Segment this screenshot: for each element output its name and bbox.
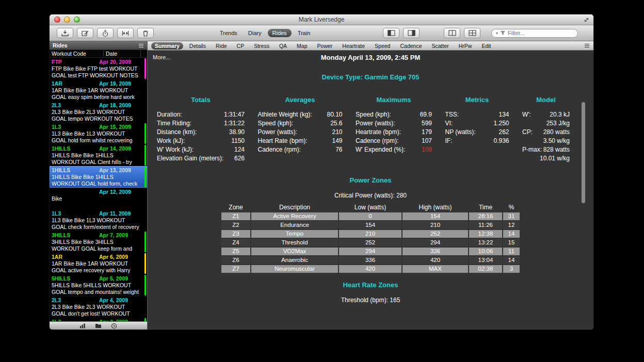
tab-stress[interactable]: Stress [250, 42, 273, 50]
ride-color-bar [144, 210, 146, 231]
close-button[interactable] [54, 17, 60, 23]
tab-power[interactable]: Power [314, 42, 336, 50]
ride-date: Apr 4, 2009 [99, 297, 142, 304]
more-link[interactable]: More... [153, 54, 170, 60]
filter-field[interactable]: ▾ [491, 29, 578, 38]
ride-list-item[interactable]: FTPApr 20, 2009 FTP Bike Bike FTP test W… [50, 58, 147, 79]
filter-input[interactable] [508, 30, 565, 36]
tab-qa[interactable]: QA [276, 42, 291, 50]
tab-heartrate[interactable]: Heartrate [339, 42, 368, 50]
sidebar-header: Rides [50, 41, 147, 50]
tab-train[interactable]: Train [293, 29, 315, 37]
tab-edit[interactable]: Edit [478, 42, 494, 50]
col-zone: Zone [221, 203, 250, 211]
tab-summary[interactable]: Summary [151, 42, 183, 50]
sidebar-title: Rides [53, 42, 68, 48]
ride-list-item[interactable]: 1ARApr 6, 2009 1AR Bike Bike 1AR WORKOUT… [50, 253, 147, 274]
metric-value: 1:31:47 [224, 110, 245, 119]
list-column-headers[interactable]: Workout Code Date [50, 50, 147, 58]
ride-desc: 2L3 Bike Bike 2L3 WORKOUT [52, 109, 142, 116]
window-resize-icon[interactable] [583, 17, 590, 23]
ride-code: FTP [52, 59, 99, 65]
tab-scatter[interactable]: Scatter [428, 42, 453, 50]
ride-list-item[interactable]: 1L3Apr 3, 2009 [50, 318, 147, 321]
toggle-lowbar-button[interactable] [403, 28, 420, 38]
funnel-icon [500, 30, 506, 36]
zone-cell: Z2 [221, 221, 250, 229]
section-title: Maximums [356, 96, 432, 104]
ride-list-item-selected[interactable]: 1HILLSApr 13, 2009 1HILLS Bike Bike 1HIL… [50, 166, 147, 188]
zone-cell: 336 [403, 248, 468, 255]
tab-cp[interactable]: CP [233, 42, 248, 50]
metric-row: 10.01 w/kg [522, 154, 570, 163]
metric-label: W' Work (kJ): [157, 145, 194, 154]
chart-button[interactable] [79, 323, 86, 329]
tab-ride[interactable]: Ride [212, 42, 231, 50]
tabbar-menu-icon[interactable] [584, 43, 590, 48]
ride-desc: 1AR Bike Bike 1AR WORKOUT [52, 87, 142, 94]
folder-button[interactable] [95, 323, 102, 328]
table-header-row: Zone Description Low (watts) High (watts… [221, 203, 520, 211]
ride-list-item[interactable]: 1L3Apr 15, 2009 1L3 Bike Bike 1L3 WORKOU… [50, 123, 147, 144]
metric-row: TSS:134 [445, 110, 509, 119]
ride-list-item[interactable]: 2L3Apr 18, 2009 2L3 Bike Bike 2L3 WORKOU… [50, 101, 147, 123]
toggle-sidebar-button[interactable] [383, 28, 399, 38]
tab-rides[interactable]: Rides [268, 29, 292, 37]
ride-desc: 1L3 Bike Bike 1L3 WORKOUT [52, 130, 142, 137]
metric-value: 1150 [231, 137, 245, 145]
scrollbar-thumb[interactable] [582, 102, 585, 203]
metric-value: 38.90 [229, 128, 245, 137]
edit-button[interactable] [77, 28, 93, 38]
layout-tiled-button[interactable] [464, 28, 480, 38]
metric-label: Heart Rate (bpm): [258, 137, 308, 145]
power-zones-title: Power Zones [148, 176, 593, 184]
ride-desc: GOAL hold form whilst recovering [52, 137, 142, 144]
zone-cell: 28:16 [469, 212, 502, 220]
zone-cell: Z1 [221, 212, 250, 220]
ride-code: 5HILLS [52, 275, 99, 282]
metric-label: Elevation Gain (meters): [157, 154, 223, 163]
metric-value: 10.01 w/kg [540, 154, 570, 163]
tab-trends[interactable]: Trends [215, 29, 242, 37]
download-button[interactable] [57, 28, 73, 38]
intervals-icon [121, 29, 130, 37]
ride-list-item[interactable]: 1L3Apr 11, 2009 1L3 Bike Bike 1L3 WORKOU… [50, 209, 147, 231]
ride-list-item[interactable]: 5HILLSApr 5, 2009 5HILLS Bike 5HILLS WOR… [50, 274, 147, 296]
zone-cell: 13:04 [469, 256, 502, 264]
ride-list-item[interactable]: Apr 12, 2009 Bike [50, 188, 147, 209]
ride-list-item[interactable]: 3HILLSApr 7, 2009 3HILLS Bike Bike 3HILL… [50, 231, 147, 253]
column-date[interactable]: Date [103, 51, 140, 57]
ride-list-item[interactable]: 1ARApr 19, 2009 1AR Bike Bike 1AR WORKOU… [50, 79, 147, 101]
column-workout-code[interactable]: Workout Code [50, 51, 103, 57]
delete-button[interactable] [137, 28, 154, 38]
metric-value: 124 [234, 145, 245, 154]
ride-list-item[interactable]: 2L3Apr 4, 2009 2L3 Bike Bike 2L3 WORKOUT… [50, 296, 147, 318]
metric-value: 179 [422, 128, 432, 137]
clock-button[interactable] [111, 323, 117, 329]
intervals-button[interactable] [117, 28, 134, 38]
metric-row: Power (watts):599 [356, 119, 432, 128]
tab-speed[interactable]: Speed [371, 42, 394, 50]
ride-desc: WORKOUT GOAL keep form and [52, 245, 142, 252]
ride-desc: GOAL tempo WORKOUT NOTES [52, 116, 142, 122]
tab-map[interactable]: Map [293, 42, 311, 50]
tab-hrpw[interactable]: HrPw [455, 42, 476, 50]
tab-diary[interactable]: Diary [244, 29, 266, 37]
ride-list[interactable]: FTPApr 20, 2009 FTP Bike Bike FTP test W… [50, 58, 147, 321]
ride-date: Apr 18, 2009 [99, 102, 142, 109]
ride-code: 1HILLS [52, 167, 99, 174]
minimize-button[interactable] [64, 17, 70, 23]
ride-color-bar [144, 123, 146, 144]
ride-desc: 1L3 Bike Bike 1L3 WORKOUT [52, 217, 142, 224]
tab-details[interactable]: Details [186, 42, 210, 50]
zoom-button[interactable] [74, 17, 80, 23]
tab-cadence[interactable]: Cadence [396, 42, 425, 50]
menu-icon[interactable] [138, 43, 144, 48]
layout-single-button[interactable] [444, 28, 460, 38]
model-section: Model W':20.3 kJ 253 J/kg CP:280 watts 3… [522, 96, 570, 163]
metric-label: IF: [445, 137, 453, 145]
zone-cell: 252 [403, 230, 468, 238]
ride-list-item[interactable]: 1HILLSApr 14, 2009 1HILLS Bike Bike 1HIL… [50, 144, 147, 166]
timer-button[interactable] [97, 28, 114, 38]
metric-row: IF:0.936 [445, 137, 509, 145]
